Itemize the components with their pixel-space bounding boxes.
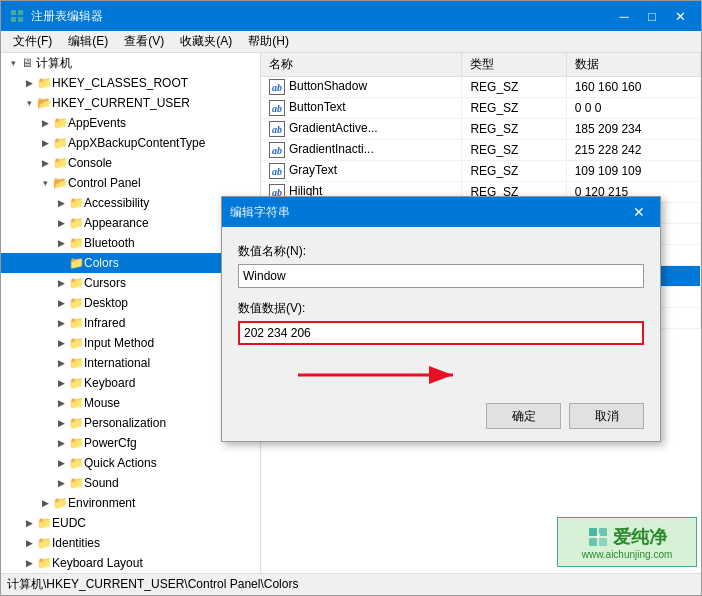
watermark: ✓ 爱纯净 www.aichunjing.com [557, 517, 697, 567]
computer-icon: 🖥 [21, 56, 33, 70]
reg-data: 185 209 234 [566, 119, 700, 140]
expand-icon: ▶ [21, 555, 37, 571]
dialog-title-bar: 编辑字符串 ✕ [222, 197, 660, 227]
menu-file[interactable]: 文件(F) [5, 31, 60, 52]
dialog-close-button[interactable]: ✕ [626, 201, 652, 223]
tree-label-powercfg: PowerCfg [84, 436, 137, 450]
expand-icon: ▶ [53, 315, 69, 331]
tree-label-bluetooth: Bluetooth [84, 236, 135, 250]
folder-icon: 📁 [69, 436, 84, 450]
svg-rect-3 [18, 17, 23, 22]
data-input[interactable] [238, 321, 644, 345]
menu-bar: 文件(F) 编辑(E) 查看(V) 收藏夹(A) 帮助(H) [1, 31, 701, 53]
folder-icon: 📁 [69, 276, 84, 290]
expand-icon: ▶ [53, 215, 69, 231]
ok-button[interactable]: 确定 [486, 403, 561, 429]
tree-item-hkcu[interactable]: ▾ 📂 HKEY_CURRENT_USER [1, 93, 260, 113]
folder-open-icon: 📂 [53, 176, 68, 190]
expand-icon: ▶ [53, 195, 69, 211]
svg-text:✓: ✓ [595, 532, 602, 541]
folder-icon: 📁 [69, 296, 84, 310]
expand-icon: ▶ [53, 235, 69, 251]
folder-icon: 📁 [69, 356, 84, 370]
col-header-type: 类型 [462, 53, 566, 77]
expand-icon: ▶ [37, 155, 53, 171]
watermark-url: www.aichunjing.com [582, 549, 673, 560]
tree-item-environment[interactable]: ▶ 📁 Environment [1, 493, 260, 513]
tree-label-appevents: AppEvents [68, 116, 126, 130]
folder-icon: 📁 [69, 196, 84, 210]
tree-label-identities: Identities [52, 536, 100, 550]
folder-icon: 📁 [69, 256, 84, 270]
svg-rect-0 [11, 10, 16, 15]
folder-icon: 📁 [69, 476, 84, 490]
table-row[interactable]: abButtonTextREG_SZ0 0 0 [261, 98, 701, 119]
tree-item-computer[interactable]: ▾ 🖥 计算机 [1, 53, 260, 73]
tree-label-international: International [84, 356, 150, 370]
expand-icon: ▶ [53, 275, 69, 291]
tree-item-appxbackup[interactable]: ▶ 📁 AppXBackupContentType [1, 133, 260, 153]
table-row[interactable]: abGrayTextREG_SZ109 109 109 [261, 161, 701, 182]
folder-icon: 📁 [69, 336, 84, 350]
tree-label-controlpanel: Control Panel [68, 176, 141, 190]
title-bar: 注册表编辑器 ─ □ ✕ [1, 1, 701, 31]
expand-icon: ▶ [53, 435, 69, 451]
table-row[interactable]: abButtonShadowREG_SZ160 160 160 [261, 77, 701, 98]
maximize-button[interactable]: □ [639, 5, 665, 27]
tree-label-computer: 计算机 [36, 55, 72, 72]
reg-data: 109 109 109 [566, 161, 700, 182]
watermark-brand: 爱纯净 [613, 525, 667, 549]
tree-label-quickactions: Quick Actions [84, 456, 157, 470]
name-label: 数值名称(N): [238, 243, 644, 260]
expand-icon: ▶ [53, 455, 69, 471]
tree-label-colors: Colors [84, 256, 119, 270]
tree-label-personalization: Personalization [84, 416, 166, 430]
tree-label-infrared: Infrared [84, 316, 125, 330]
tree-item-keyboardlayout[interactable]: ▶ 📁 Keyboard Layout [1, 553, 260, 573]
tree-item-hkcr[interactable]: ▶ 📁 HKEY_CLASSES_ROOT [1, 73, 260, 93]
tree-label-inputmethod: Input Method [84, 336, 154, 350]
reg-type: REG_SZ [462, 161, 566, 182]
watermark-logo-icon: ✓ [587, 526, 609, 548]
tree-item-appevents[interactable]: ▶ 📁 AppEvents [1, 113, 260, 133]
reg-data: 160 160 160 [566, 77, 700, 98]
folder-icon: 📁 [69, 416, 84, 430]
expand-icon: ▶ [53, 295, 69, 311]
folder-icon: 📁 [37, 556, 52, 570]
expand-icon: ▶ [53, 475, 69, 491]
folder-icon: 📁 [69, 216, 84, 230]
reg-type: REG_SZ [462, 140, 566, 161]
table-row[interactable]: abGradientInacti...REG_SZ215 228 242 [261, 140, 701, 161]
tree-label-keyboard: Keyboard [84, 376, 135, 390]
menu-edit[interactable]: 编辑(E) [60, 31, 116, 52]
menu-help[interactable]: 帮助(H) [240, 31, 297, 52]
tree-item-identities[interactable]: ▶ 📁 Identities [1, 533, 260, 553]
folder-icon: 📁 [69, 376, 84, 390]
reg-data: 215 228 242 [566, 140, 700, 161]
tree-item-controlpanel[interactable]: ▾ 📂 Control Panel [1, 173, 260, 193]
tree-item-sound[interactable]: ▶ 📁 Sound [1, 473, 260, 493]
folder-icon: 📁 [69, 396, 84, 410]
name-input[interactable] [238, 264, 644, 288]
reg-name: abGradientInacti... [261, 140, 462, 161]
menu-view[interactable]: 查看(V) [116, 31, 172, 52]
tree-label-environment: Environment [68, 496, 135, 510]
tree-item-console[interactable]: ▶ 📁 Console [1, 153, 260, 173]
table-row[interactable]: abGradientActive...REG_SZ185 209 234 [261, 119, 701, 140]
folder-icon: 📁 [37, 536, 52, 550]
close-button[interactable]: ✕ [667, 5, 693, 27]
arrow-container [238, 361, 644, 391]
tree-label-desktop: Desktop [84, 296, 128, 310]
tree-label-hkcr: HKEY_CLASSES_ROOT [52, 76, 188, 90]
menu-favorites[interactable]: 收藏夹(A) [172, 31, 240, 52]
expand-icon: ▾ [37, 175, 53, 191]
folder-icon: 📁 [37, 516, 52, 530]
minimize-button[interactable]: ─ [611, 5, 637, 27]
arrow-graphic [298, 361, 498, 389]
tree-item-quickactions[interactable]: ▶ 📁 Quick Actions [1, 453, 260, 473]
status-text: 计算机\HKEY_CURRENT_USER\Control Panel\Colo… [7, 576, 298, 593]
cancel-button[interactable]: 取消 [569, 403, 644, 429]
tree-item-eudc[interactable]: ▶ 📁 EUDC [1, 513, 260, 533]
tree-label-mouse: Mouse [84, 396, 120, 410]
folder-icon: 📁 [53, 496, 68, 510]
